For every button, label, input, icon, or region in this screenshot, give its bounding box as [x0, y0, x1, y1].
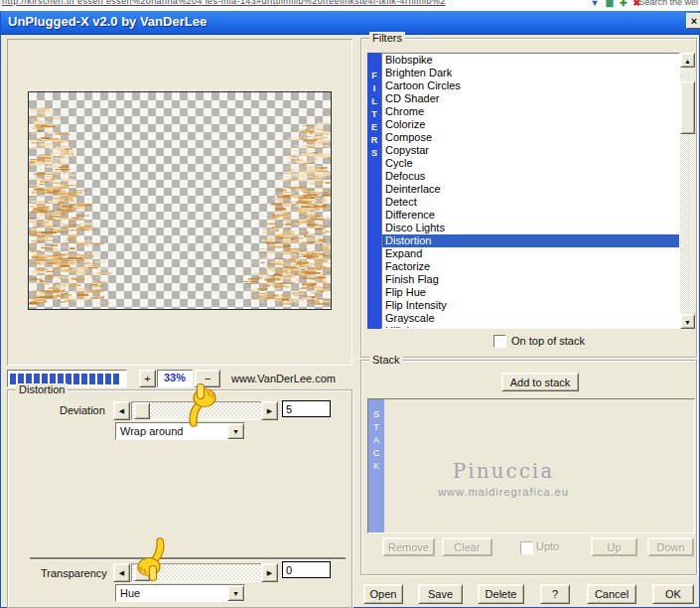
filter-item-expand[interactable]: Expand	[382, 247, 679, 260]
delete-button[interactable]: Delete	[478, 584, 524, 604]
unplugged-x-dialog: UnPlugged-X v2.0 by VanDerLee × + 33% − …	[0, 11, 700, 608]
filters-group: Filters FILTERS BlobspikeBrighten DarkCa…	[360, 38, 697, 358]
filter-item-hilight[interactable]: Hilight	[382, 325, 679, 329]
vendor-website-label: www.VanDerLee.com	[231, 373, 336, 384]
edge-mode-combobox[interactable]: Wrap around ▼	[115, 422, 245, 440]
filter-item-flip-intensity[interactable]: Flip Intensity	[382, 299, 679, 312]
up-button[interactable]: Up	[591, 537, 637, 556]
preview-canvas	[29, 92, 331, 309]
filters-group-label: Filters	[369, 32, 405, 44]
filter-item-cycle[interactable]: Cycle	[382, 157, 679, 170]
search-the-web-label[interactable]: Search the wel	[638, 0, 698, 7]
filter-item-brighten-dark[interactable]: Brighten Dark	[382, 67, 679, 79]
edge-mode-value: Wrap around	[120, 425, 183, 437]
filter-item-chrome[interactable]: Chrome	[382, 105, 679, 118]
deviation-label: Deviation	[60, 404, 105, 416]
edge-mode-dropdown-button[interactable]: ▼	[227, 423, 244, 439]
open-button[interactable]: Open	[363, 584, 403, 604]
transparency-label: Transparency	[41, 567, 107, 579]
pointer-hand-down-icon	[134, 536, 172, 582]
ok-button[interactable]: OK	[652, 584, 694, 604]
down-arrow-icon[interactable]: ▼	[590, 0, 599, 8]
scroll-up-button[interactable]: ▲	[680, 53, 695, 68]
down-button[interactable]: Down	[647, 537, 694, 556]
blend-mode-dropdown-button[interactable]: ▼	[227, 585, 244, 601]
transparency-left-arrow[interactable]: ◀	[113, 563, 130, 582]
cancel-button[interactable]: Cancel	[587, 584, 636, 604]
screen: http://kirschen.tif essen essen%20nanna%…	[0, 0, 700, 608]
close-button[interactable]: ×	[686, 13, 700, 29]
watermark-site: www.maidiregrafica.eu	[368, 486, 638, 498]
stack-list-area: STACK Pinuccia www.maidiregrafica.eu	[367, 398, 695, 533]
filter-item-factorize[interactable]: Factorize	[382, 260, 679, 273]
upto-label: Upto	[536, 540, 559, 552]
browser-address-text: http://kirschen.tif essen essen%20nanna%…	[2, 0, 446, 6]
filter-item-cd-shader[interactable]: CD Shader	[382, 92, 679, 105]
zoom-in-button[interactable]: +	[139, 370, 156, 387]
upto-checkbox[interactable]	[520, 541, 533, 554]
gallery-icon[interactable]: ▦	[605, 0, 614, 8]
filter-item-difference[interactable]: Difference	[382, 209, 679, 222]
dialog-titlebar[interactable]: UnPlugged-X v2.0 by VanDerLee ×	[1, 11, 699, 35]
preview-panel	[7, 39, 352, 366]
scroll-down-button[interactable]: ▼	[680, 314, 695, 329]
section-divider	[30, 557, 346, 560]
on-top-of-stack-checkbox[interactable]	[493, 335, 506, 348]
filter-item-compose[interactable]: Compose	[382, 131, 679, 144]
pointer-hand-up-icon	[182, 382, 219, 428]
dialog-title: UnPlugged-X v2.0 by VanDerLee	[8, 14, 207, 29]
filter-item-finish-flag[interactable]: Finish Flag	[382, 273, 679, 286]
transparency-value-input[interactable]	[282, 561, 331, 578]
deviation-left-arrow[interactable]: ◀	[113, 401, 130, 420]
save-button[interactable]: Save	[418, 584, 463, 604]
deviation-slider-thumb[interactable]	[134, 402, 150, 419]
blend-mode-value: Hue	[120, 587, 140, 599]
filter-item-flip-hue[interactable]: Flip Hue	[382, 286, 679, 299]
filter-item-colorize[interactable]: Colorize	[382, 118, 679, 131]
distortion-group: Distortion Deviation ◀ ▶ Wrap around ▼ T…	[7, 389, 352, 608]
preview-image[interactable]	[28, 91, 332, 310]
stack-group-label: Stack	[369, 354, 403, 366]
deviation-right-arrow[interactable]: ▶	[261, 401, 278, 420]
filter-item-defocus[interactable]: Defocus	[382, 170, 679, 183]
filters-scrollbar[interactable]: ▲ ▼	[680, 53, 695, 329]
filter-item-deinterlace[interactable]: Deinterlace	[382, 183, 679, 196]
filter-item-cartoon-circles[interactable]: Cartoon Circles	[382, 79, 679, 92]
distortion-group-label: Distortion	[16, 383, 68, 395]
watermark-name: Pinuccia	[368, 459, 638, 483]
filter-item-blobspike[interactable]: Blobspike	[382, 54, 679, 67]
stack-group: Stack Add to stack STACK Pinuccia www.ma…	[360, 360, 697, 575]
add-icon[interactable]: ✚	[620, 0, 628, 8]
filter-item-grayscale[interactable]: Grayscale	[382, 312, 679, 325]
filter-item-disco-lights[interactable]: Disco Lights	[382, 222, 679, 234]
transparency-right-arrow[interactable]: ▶	[261, 563, 278, 582]
clear-button[interactable]: Clear	[442, 537, 492, 556]
blend-mode-combobox[interactable]: Hue ▼	[115, 584, 245, 602]
filters-list: BlobspikeBrighten DarkCartoon CirclesCD …	[381, 53, 680, 329]
on-top-of-stack-label: On top of stack	[511, 335, 585, 347]
filter-item-copystar[interactable]: Copystar	[382, 144, 679, 157]
filter-item-detect[interactable]: Detect	[382, 196, 679, 209]
filter-item-distortion[interactable]: Distortion	[382, 234, 679, 247]
scrollbar-thumb[interactable]	[680, 81, 695, 134]
deviation-value-input[interactable]	[282, 400, 331, 417]
remove-button[interactable]: Remove	[382, 537, 435, 556]
browser-toolbar-icons: ▼ ▦ ✚ ✖	[590, 0, 640, 8]
watermark: Pinuccia www.maidiregrafica.eu	[368, 459, 638, 498]
add-to-stack-button[interactable]: Add to stack	[501, 373, 579, 391]
help-button[interactable]: ?	[540, 584, 570, 604]
filters-vertical-banner: FILTERS	[367, 53, 381, 329]
